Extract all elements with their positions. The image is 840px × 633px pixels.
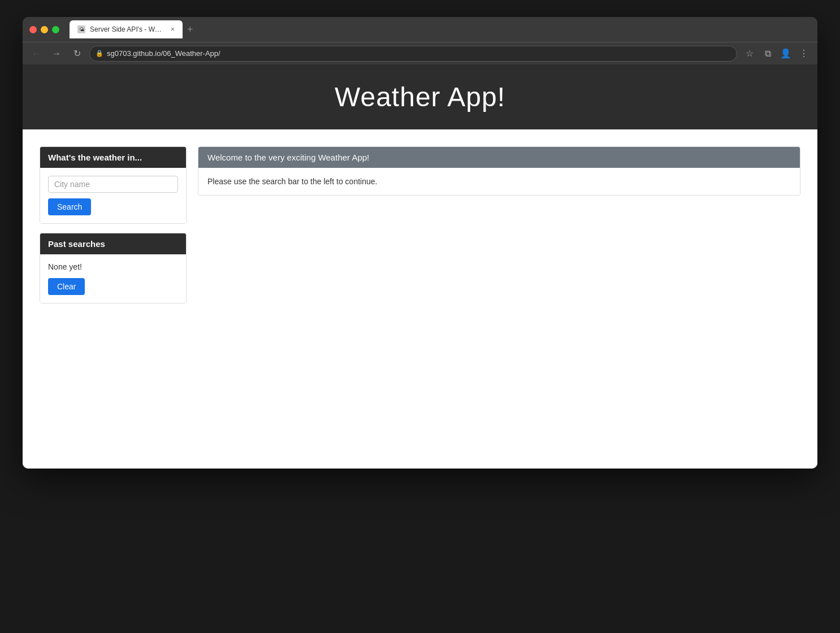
extensions-button[interactable]: ⧉ <box>760 46 776 62</box>
forward-button[interactable]: → <box>49 46 64 62</box>
tab-close-button[interactable]: × <box>171 25 175 33</box>
toolbar-actions: ☆ ⧉ 👤 ⋮ <box>742 46 812 62</box>
browser-tabs: 🌤 Server Side API's - Weather Ap... × + <box>70 20 811 38</box>
menu-button[interactable]: ⋮ <box>796 46 812 62</box>
back-button[interactable]: ← <box>28 46 44 62</box>
browser-toolbar: ← → ↻ 🔒 sg0703.github.io/06_Weather-App/… <box>23 42 817 64</box>
close-button[interactable] <box>29 26 37 33</box>
puzzle-icon: ⧉ <box>765 49 771 59</box>
past-searches-header: Past searches <box>40 233 186 254</box>
maximize-button[interactable] <box>52 26 59 33</box>
search-card: What's the weather in... Search <box>40 146 187 224</box>
new-tab-button[interactable]: + <box>183 21 198 38</box>
browser-window: 🌤 Server Side API's - Weather Ap... × + … <box>23 17 817 469</box>
page-body: What's the weather in... Search Past sea… <box>23 129 817 469</box>
browser-titlebar: 🌤 Server Side API's - Weather Ap... × + <box>23 17 817 42</box>
page-header: Weather App! <box>23 64 817 129</box>
profile-button[interactable]: 👤 <box>778 46 794 62</box>
browser-tab-active[interactable]: 🌤 Server Side API's - Weather Ap... × <box>70 20 183 38</box>
address-bar[interactable]: 🔒 sg0703.github.io/06_Weather-App/ <box>89 46 737 62</box>
star-icon: ☆ <box>746 48 754 59</box>
city-input[interactable] <box>48 176 178 193</box>
past-searches-card: Past searches None yet! Clear <box>40 233 187 304</box>
search-button[interactable]: Search <box>48 198 91 215</box>
reload-button[interactable]: ↻ <box>69 46 85 62</box>
search-card-header: What's the weather in... <box>40 147 186 168</box>
profile-icon: 👤 <box>780 48 791 59</box>
search-card-body: Search <box>40 168 186 223</box>
tab-favicon: 🌤 <box>77 25 85 33</box>
lock-icon: 🔒 <box>96 50 103 57</box>
traffic-lights <box>29 26 59 33</box>
tab-title: Server Side API's - Weather Ap... <box>90 25 164 33</box>
menu-icon: ⋮ <box>799 48 808 59</box>
past-searches-body: None yet! Clear <box>40 254 186 303</box>
url-text: sg0703.github.io/06_Weather-App/ <box>107 49 220 58</box>
welcome-body: Please use the search bar to the left to… <box>198 168 800 195</box>
minimize-button[interactable] <box>41 26 48 33</box>
right-panel: Welcome to the very exciting Weather App… <box>198 146 800 452</box>
browser-content: Weather App! What's the weather in... Se… <box>23 64 817 469</box>
none-yet-text: None yet! <box>48 262 178 271</box>
page-title: Weather App! <box>34 81 806 112</box>
left-panel: What's the weather in... Search Past sea… <box>40 146 187 452</box>
welcome-header: Welcome to the very exciting Weather App… <box>198 147 800 168</box>
bookmark-button[interactable]: ☆ <box>742 46 757 62</box>
clear-button[interactable]: Clear <box>48 278 85 295</box>
welcome-card: Welcome to the very exciting Weather App… <box>198 146 800 196</box>
